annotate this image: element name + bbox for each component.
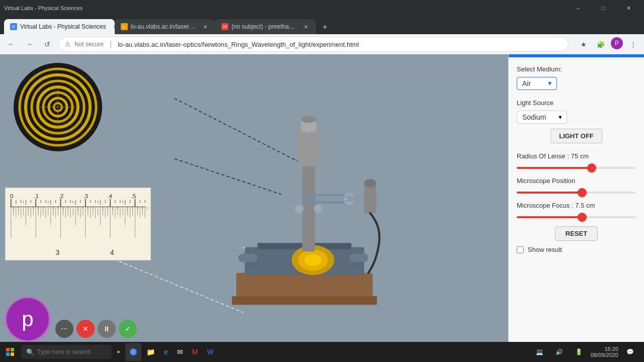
svg-rect-160	[6, 352, 10, 356]
fab-pause-button[interactable]: ⏸	[98, 320, 116, 338]
fab-check-button[interactable]: ✓	[119, 320, 137, 338]
microscope-position-group: Microscope Position	[517, 177, 636, 194]
explorer-icon: 📁	[146, 348, 155, 356]
tab-label-2: lo-au.vlabs.ac.in/laser-optics/Ne...	[131, 23, 196, 30]
battery-icon-button[interactable]: 🔋	[571, 343, 587, 361]
microscope-position-track	[517, 192, 636, 194]
tab-favicon-3: M	[221, 23, 228, 30]
address-bar: ← → ↺ ⚠ Not secure | lo-au.vlabs.ac.in/l…	[0, 34, 644, 54]
explorer-taskbar-button[interactable]: 📁	[142, 343, 159, 361]
microscope-position-fill	[517, 192, 582, 194]
gmail-taskbar-button[interactable]: M	[188, 343, 202, 361]
tab-lab-url[interactable]: L lo-au.vlabs.ac.in/laser-optics/Ne... ✕	[115, 19, 215, 34]
menu-button[interactable]: ⋮	[626, 37, 640, 51]
taskbar-search-box[interactable]: 🔍	[21, 345, 112, 359]
task-view-button[interactable]: ⌖	[113, 343, 124, 361]
url-text: lo-au.vlabs.ac.in/laser-optics/Newtons_R…	[118, 41, 562, 48]
network-icon-button[interactable]: 💻	[532, 343, 547, 361]
radius-slider-thumb[interactable]	[587, 163, 596, 172]
tab-favicon-2: L	[121, 23, 128, 30]
medium-select[interactable]: Air Water Glass	[517, 77, 557, 90]
svg-point-147	[301, 116, 316, 123]
address-bar-input[interactable]: ⚠ Not secure | lo-au.vlabs.ac.in/laser-o…	[58, 37, 569, 52]
show-result-label: Show result	[528, 246, 562, 253]
reset-button[interactable]: RESET	[555, 226, 598, 241]
back-button[interactable]: ←	[4, 37, 18, 51]
light-source-label: Light Source	[517, 99, 636, 107]
svg-text:+: +	[344, 197, 347, 202]
radius-slider-track	[517, 167, 636, 169]
microscope-position-label: Microscope Position	[517, 177, 636, 185]
clock: 16:20 08/09/2020	[591, 346, 618, 358]
minimize-button[interactable]: –	[567, 0, 590, 16]
page-title: Virtual Labs - Physical Sciences	[4, 5, 83, 11]
bookmarks-button[interactable]: ★	[577, 37, 591, 51]
light-source-select[interactable]: Sodium Mercury Laser	[517, 111, 567, 124]
maximize-button[interactable]: □	[592, 0, 615, 16]
svg-point-164	[132, 351, 135, 353]
light-source-group: Light Source Sodium Mercury Laser ▼ LIGH…	[517, 99, 636, 143]
sodium-select-wrap: Sodium Mercury Laser ▼	[517, 111, 567, 124]
radius-slider-group: Radius Of Lense : 75 cm	[517, 152, 636, 169]
gmail-icon: M	[192, 348, 198, 356]
date: 08/09/2020	[591, 352, 618, 358]
svg-rect-153	[315, 196, 366, 201]
radius-slider-fill	[517, 167, 592, 169]
svg-text:.2: .2	[59, 193, 64, 200]
tab-bar: V Virtual Labs - Physical Sciences ✕ L l…	[0, 16, 644, 34]
microscope-position-thumb[interactable]	[578, 188, 587, 197]
forward-button[interactable]: →	[22, 37, 36, 51]
tab-gmail[interactable]: M (no subject) - preethageoti@gm... ✕	[215, 19, 316, 34]
ie-taskbar-button[interactable]: e	[160, 343, 172, 361]
medium-select-wrap: Air Water Glass ▼	[517, 77, 557, 90]
svg-rect-145	[298, 128, 319, 166]
tab-close-1[interactable]: ✕	[111, 23, 115, 31]
panel-header	[509, 54, 644, 57]
microscope-focus-group: Microscope Focus : 7.5 cm	[517, 202, 636, 218]
svg-text:.3: .3	[83, 193, 88, 200]
tab-close-3[interactable]: ✕	[302, 23, 310, 31]
extensions-button[interactable]: 🧩	[594, 37, 608, 51]
volume-icon-button[interactable]: 🔊	[551, 343, 567, 361]
security-label: Not secure	[74, 41, 104, 48]
profile-button[interactable]: P	[611, 37, 623, 49]
svg-rect-156	[302, 241, 315, 249]
light-off-button[interactable]: LIGHT OFF	[550, 129, 602, 143]
svg-text:.1: .1	[34, 193, 39, 200]
right-panel: Select Medium: Air Water Glass ▼ Light S…	[508, 54, 644, 362]
svg-rect-143	[349, 254, 368, 262]
notification-button[interactable]: 💬	[622, 343, 638, 361]
show-result-checkbox[interactable]	[517, 246, 524, 253]
rings-svg	[10, 59, 106, 155]
svg-rect-158	[6, 348, 10, 351]
tab-virtual-labs[interactable]: V Virtual Labs - Physical Sciences ✕	[4, 19, 115, 34]
radius-label: Radius Of Lense : 75 cm	[517, 152, 636, 160]
svg-point-141	[304, 254, 321, 266]
fab-more-button[interactable]: ⋯	[55, 320, 73, 338]
svg-rect-154	[364, 184, 376, 213]
newtons-rings-area	[10, 59, 106, 155]
reload-button[interactable]: ↺	[40, 37, 54, 51]
chrome-icon	[129, 348, 137, 356]
new-tab-button[interactable]: +	[318, 20, 332, 34]
start-button[interactable]	[2, 343, 18, 361]
fab-close-button[interactable]: ✕	[76, 320, 95, 338]
svg-text:3: 3	[56, 249, 60, 256]
avatar-letter: p	[22, 307, 33, 331]
svg-point-155	[364, 179, 376, 188]
tab-label-3: (no subject) - preethageoti@gm...	[231, 23, 297, 30]
microscope-svg: +	[223, 115, 385, 311]
microscope-focus-thumb[interactable]	[578, 213, 587, 222]
tab-close-2[interactable]: ✕	[201, 23, 209, 31]
taskbar-search-input[interactable]	[37, 348, 98, 355]
email-icon: ✉	[177, 348, 183, 356]
microscope-focus-label: Microscope Focus : 7.5 cm	[517, 202, 636, 209]
show-result-row: Show result	[517, 246, 636, 253]
close-button[interactable]: ✕	[617, 0, 640, 16]
select-medium-label: Select Medium:	[517, 65, 636, 73]
select-medium-group: Select Medium: Air Water Glass ▼	[517, 65, 636, 90]
chrome-taskbar-button[interactable]	[125, 343, 141, 361]
svg-rect-135	[236, 273, 372, 299]
email-taskbar-button[interactable]: ✉	[173, 343, 187, 361]
word-taskbar-button[interactable]: W	[203, 343, 217, 361]
